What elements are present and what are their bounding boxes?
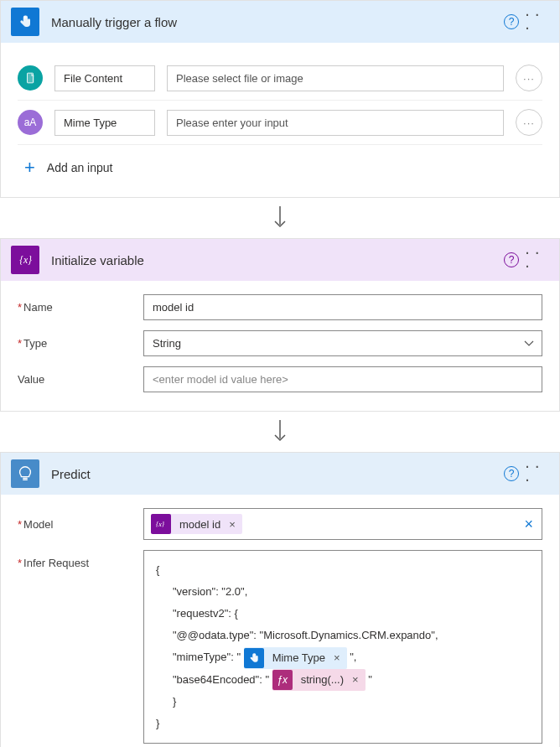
input-row-mime: aA Mime Type Please enter your input ··· [18, 101, 542, 145]
predict-card: Predict ? · · · Model {x} model id × × I… [0, 452, 560, 747]
model-row: Model {x} model id × × [1, 503, 559, 545]
variable-title: Initialize variable [51, 253, 504, 267]
infer-row: Infer Request { "version": "2.0", "reque… [1, 545, 559, 747]
json-line: } [156, 713, 530, 734]
token-remove-icon[interactable]: × [334, 647, 347, 669]
name-input[interactable] [143, 294, 542, 320]
type-row: Type [1, 325, 559, 361]
predict-icon [11, 459, 39, 488]
more-icon[interactable]: · · · [526, 252, 549, 268]
arrow-down-icon [0, 412, 560, 452]
name-row: Name [1, 289, 559, 325]
json-line: "mimeType": " Mime Type × ", [156, 646, 530, 669]
predict-title: Predict [51, 467, 504, 481]
fx-icon: ƒx [272, 670, 293, 690]
value-input[interactable] [143, 366, 542, 392]
model-token[interactable]: {x} model id × [151, 514, 242, 534]
type-label: Type [18, 337, 143, 350]
trigger-token-icon [244, 648, 264, 668]
mime-type-token[interactable]: Mime Type × [244, 647, 347, 669]
svg-point-0 [24, 16, 27, 18]
json-line: "requestv2": { [156, 603, 530, 625]
trigger-card: Manually trigger a flow ? · · · File Con… [0, 0, 560, 198]
token-remove-icon[interactable]: × [352, 669, 366, 691]
type-select[interactable] [143, 330, 542, 356]
variable-header[interactable]: {x} Initialize variable ? · · · [1, 239, 559, 281]
file-icon [18, 65, 43, 91]
trigger-title: Manually trigger a flow [51, 15, 504, 29]
infer-request-input[interactable]: { "version": "2.0", "requestv2": { "@@od… [143, 550, 542, 744]
name-label: Name [18, 301, 143, 314]
add-input-label: Add an input [47, 161, 113, 174]
json-line: "version": "2.0", [156, 581, 530, 603]
trigger-header[interactable]: Manually trigger a flow ? · · · [1, 1, 559, 43]
svg-text:{x}: {x} [19, 255, 32, 266]
predict-header[interactable]: Predict ? · · · [1, 453, 559, 495]
help-icon[interactable]: ? [504, 466, 519, 481]
token-label: model id [171, 518, 229, 531]
add-input-button[interactable]: + Add an input [18, 145, 542, 184]
text-icon: aA [18, 110, 43, 135]
value-label: Value [18, 373, 143, 386]
svg-text:{x}: {x} [156, 521, 165, 528]
json-line: { [156, 559, 530, 581]
json-line: } [156, 691, 530, 713]
input-label[interactable]: File Content [54, 65, 155, 91]
trigger-icon [11, 8, 39, 36]
infer-label: Infer Request [18, 550, 143, 569]
input-value[interactable]: Please select file or image [167, 65, 504, 91]
input-label[interactable]: Mime Type [54, 110, 155, 136]
json-line: "base64Encoded": " ƒx string(...) × " [156, 669, 530, 692]
help-icon[interactable]: ? [504, 252, 519, 267]
input-row-file: File Content Please select file or image… [18, 56, 542, 101]
plus-icon: + [24, 157, 35, 179]
variable-icon: {x} [11, 246, 39, 274]
more-icon[interactable]: · · · [526, 13, 549, 30]
input-more-icon[interactable]: ··· [516, 65, 542, 91]
json-line: "@@odata.type": "Microsoft.Dynamics.CRM.… [156, 625, 530, 646]
more-icon[interactable]: · · · [526, 465, 549, 482]
expression-token[interactable]: ƒx string(...) × [272, 669, 366, 691]
model-input[interactable]: {x} model id × × [143, 508, 542, 540]
value-row: Value [1, 361, 559, 397]
variable-token-icon: {x} [151, 514, 171, 534]
clear-icon[interactable]: × [524, 516, 533, 533]
input-value[interactable]: Please enter your input [167, 110, 504, 136]
help-icon[interactable]: ? [504, 14, 519, 29]
input-more-icon[interactable]: ··· [516, 109, 542, 136]
arrow-down-icon [0, 198, 560, 238]
variable-card: {x} Initialize variable ? · · · Name Typ… [0, 238, 560, 412]
token-remove-icon[interactable]: × [229, 518, 242, 531]
model-label: Model [18, 518, 143, 531]
